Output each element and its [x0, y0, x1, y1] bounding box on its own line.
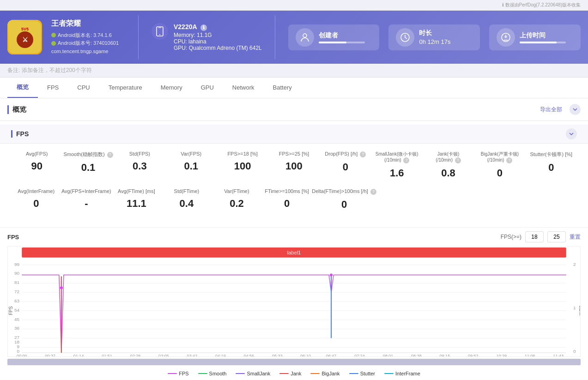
package-name: com.tencent.tmgp.sgame: [51, 48, 125, 56]
device-section: V2220A ℹ Memory: 11.1G CPU: lahaina GPU:…: [152, 23, 262, 51]
stats-row-1: Avg(FPS) 90 Smooth(稳帧指数) ? 0.1 Std(FPS) …: [11, 151, 577, 179]
legend-smalljank: SmallJank: [236, 371, 270, 376]
upload-stat: 上传时间: [489, 24, 581, 50]
stat-fps-gte-18: FPS>=18 [%] 100: [217, 151, 268, 172]
game-icon: 5V5 ⚔: [7, 20, 42, 54]
legend-smalljank-line: [236, 373, 245, 374]
reset-button[interactable]: 重置: [570, 233, 581, 241]
upload-icon: [497, 28, 515, 47]
upload-label: 上传时间: [520, 31, 566, 40]
svg-text:99: 99: [14, 262, 20, 267]
upload-bar: [520, 42, 566, 43]
svg-text:10:29: 10:29: [496, 354, 507, 356]
tab-memory[interactable]: Memory: [152, 78, 192, 97]
stat-smooth: Smooth(稳帧指数) ? 0.1: [62, 151, 114, 174]
stat-avg-fps-interframe: Avg(FPS+InterFrame) -: [61, 188, 112, 210]
creator-label: 创建者: [319, 31, 365, 40]
fps-threshold-18-input[interactable]: [525, 231, 544, 242]
svg-text:label1: label1: [287, 250, 301, 255]
stat-stutter: Stutter(卡顿率) [%] 0: [526, 151, 577, 174]
legend-stutter-line: [349, 373, 358, 374]
fps-collapse-button[interactable]: [566, 128, 577, 139]
stat-std-ftime: Std(FTime) 0.4: [162, 188, 212, 210]
nav-tabs: 概览 FPS CPU Temperature Memory GPU Networ…: [0, 78, 588, 98]
device-icon: [152, 23, 168, 40]
svg-text:72: 72: [14, 289, 20, 294]
svg-text:36: 36: [14, 326, 20, 331]
svg-text:5V5: 5V5: [21, 27, 28, 31]
creator-bar: [319, 42, 365, 43]
svg-text:09:52: 09:52: [468, 354, 479, 356]
chart-scrollbar[interactable]: [7, 359, 581, 365]
legend-interframe: InterFrame: [384, 371, 420, 376]
chart-controls: FPS(>=) 重置: [501, 231, 581, 242]
smooth-help-icon[interactable]: ?: [107, 152, 113, 158]
device-memory: Memory: 11.1G: [174, 32, 262, 38]
duration-icon: [396, 28, 414, 47]
svg-text:08:01: 08:01: [383, 354, 394, 356]
delta-ftime-help-icon[interactable]: ?: [370, 189, 376, 195]
svg-text:00:37: 00:37: [45, 354, 55, 356]
tab-cpu[interactable]: CPU: [68, 78, 99, 97]
tab-battery[interactable]: Battery: [264, 78, 301, 97]
android-v2: Android版本号: 374010601: [51, 39, 125, 48]
svg-point-6: [159, 34, 160, 35]
svg-text:81: 81: [14, 280, 20, 285]
svg-text:06:10: 06:10: [300, 354, 311, 356]
fps-section-title: FPS: [11, 130, 29, 138]
svg-text:02:28: 02:28: [130, 354, 141, 356]
stat-var-ftime: Var(FTime) 0.2: [212, 188, 262, 210]
fps-chart-svg: label1 99 90 81 72 63 54 45 36 27 18 9 0: [8, 247, 580, 356]
device-name: V2220A ℹ: [174, 23, 262, 31]
stat-avg-fps: Avg(FPS) 90: [11, 151, 62, 172]
fps-chart: label1 99 90 81 72 63 54 45 36 27 18 9 0: [7, 246, 581, 357]
drop-fps-help-icon[interactable]: ?: [360, 151, 366, 157]
stat-bigjank: BigJank(严重卡顿)(/10min) ? 0: [474, 151, 525, 179]
svg-text:01:51: 01:51: [102, 354, 112, 356]
device-info-icon[interactable]: ℹ: [200, 24, 207, 31]
legend-stutter: Stutter: [349, 371, 375, 376]
device-cpu: CPU: lahaina: [174, 38, 262, 45]
legend-bigjank-line: [310, 373, 320, 374]
tab-gpu[interactable]: GPU: [192, 78, 223, 97]
legend-jank-line: [279, 373, 289, 374]
stat-var-fps: Var(FPS) 0.1: [165, 151, 217, 172]
fps-threshold-25-input[interactable]: [547, 231, 566, 242]
smalljank-help-icon[interactable]: ?: [403, 157, 409, 163]
app-header: 5V5 ⚔ 王者荣耀 Android版本名: 3.74.1.6 Android版…: [0, 11, 588, 64]
export-button[interactable]: 导出全部: [540, 106, 562, 114]
chart-header: FPS FPS(>=) 重置: [7, 231, 581, 242]
svg-point-39: [330, 274, 333, 277]
svg-text:03:42: 03:42: [187, 354, 198, 356]
svg-rect-5: [158, 28, 161, 28]
svg-text:00:00: 00:00: [17, 354, 27, 356]
tab-fps[interactable]: FPS: [38, 78, 68, 97]
overview-header: 概览 导出全部: [0, 98, 588, 121]
legend-interframe-line: [384, 373, 394, 374]
svg-text:04:19: 04:19: [215, 354, 226, 356]
tab-temperature[interactable]: Temperature: [99, 78, 152, 97]
svg-text:63: 63: [14, 298, 20, 303]
collapse-button[interactable]: [570, 104, 581, 115]
legend-bigjank: BigJank: [310, 371, 339, 376]
svg-text:⚔: ⚔: [22, 36, 28, 43]
scrollbar-thumb[interactable]: [7, 359, 581, 365]
svg-text:Jank: Jank: [578, 306, 580, 315]
tab-overview[interactable]: 概览: [7, 78, 38, 98]
notes-bar[interactable]: 备注: 添加备注，不超过200个字符: [0, 64, 588, 78]
stat-smalljank: SmallJank(微小卡顿)(/10min) ? 1.6: [371, 151, 423, 179]
info-icon: ℹ: [502, 2, 504, 7]
creator-icon: [296, 28, 314, 47]
duration-info: 时长 0h 12m 17s: [419, 29, 450, 45]
stat-std-fps: Std(FPS) 0.3: [114, 151, 165, 172]
svg-point-37: [60, 286, 63, 289]
tab-network[interactable]: Network: [223, 78, 264, 97]
top-note: ℹ 数据由PerfDog(7.2.220648)版本收集: [0, 0, 588, 11]
legend-smooth-line: [198, 373, 207, 374]
bigjank-help-icon[interactable]: ?: [506, 157, 512, 163]
fps-threshold-label: FPS(>=): [501, 234, 521, 240]
game-meta: Android版本名: 3.74.1.6 Android版本号: 3740106…: [51, 31, 125, 56]
svg-text:2: 2: [573, 262, 576, 267]
duration-stat: 时长 0h 12m 17s: [388, 24, 480, 50]
jank-help-icon[interactable]: ?: [455, 157, 461, 163]
